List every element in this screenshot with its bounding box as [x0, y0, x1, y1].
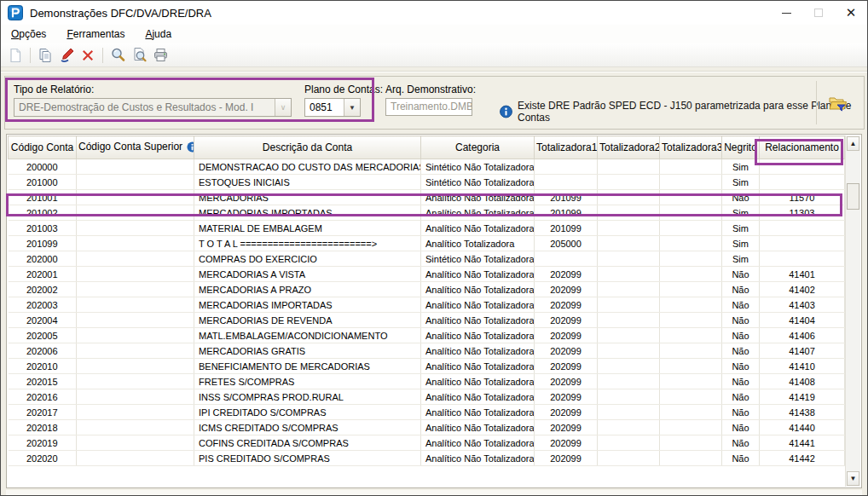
table-cell[interactable]: Analítico Não Totalizadora	[421, 389, 535, 405]
table-cell[interactable]: Analítico Não Totalizadora	[421, 267, 535, 282]
table-cell[interactable]: Não	[722, 420, 760, 435]
print-button[interactable]	[151, 46, 170, 65]
table-cell[interactable]: Analítico Não Totalizadora	[421, 374, 535, 389]
table-cell[interactable]	[598, 435, 660, 451]
table-cell[interactable]	[598, 282, 660, 297]
table-cell[interactable]	[660, 389, 722, 405]
table-cell[interactable]: 200000	[9, 159, 77, 175]
table-cell[interactable]	[660, 236, 722, 251]
table-cell[interactable]: Não	[722, 328, 760, 343]
table-cell[interactable]: 202099	[535, 267, 598, 282]
table-cell[interactable]: Analítico Totalizadora	[421, 236, 535, 251]
table-cell[interactable]: 41401	[760, 267, 845, 282]
table-row[interactable]: 201099T O T A L ========================…	[9, 236, 845, 251]
delete-button[interactable]	[78, 46, 97, 65]
table-cell[interactable]: 202099	[535, 389, 598, 405]
table-cell[interactable]	[660, 297, 722, 313]
table-cell[interactable]: Analítico Não Totalizadora	[421, 435, 535, 451]
table-cell[interactable]: Não	[722, 451, 760, 466]
table-cell[interactable]: Não	[722, 282, 760, 297]
table-cell[interactable]: Não	[722, 343, 760, 359]
copy-button[interactable]	[36, 46, 55, 65]
table-cell[interactable]	[660, 190, 722, 205]
table-cell[interactable]: 202005	[9, 328, 77, 343]
table-cell[interactable]: 201003	[9, 221, 77, 236]
table-cell[interactable]: Sim	[722, 205, 760, 221]
table-cell[interactable]: Sim	[722, 251, 760, 267]
table-cell[interactable]: 41440	[760, 420, 845, 435]
table-cell[interactable]	[598, 251, 660, 267]
table-cell[interactable]	[77, 267, 194, 282]
scrollbar-thumb[interactable]	[847, 183, 859, 210]
table-cell[interactable]: Não	[722, 190, 760, 205]
close-button[interactable]: ✕	[835, 1, 867, 25]
table-cell[interactable]	[598, 205, 660, 221]
table-cell[interactable]: 41403	[760, 297, 845, 313]
table-cell[interactable]: 202099	[535, 435, 598, 451]
table-cell[interactable]: MERCADORIAS IMPORTADAS	[194, 297, 421, 313]
table-cell[interactable]: Analítico Não Totalizadora	[421, 328, 535, 343]
table-cell[interactable]: 41408	[760, 374, 845, 389]
table-cell[interactable]: 202006	[9, 343, 77, 359]
table-cell[interactable]: Não	[722, 359, 760, 374]
table-cell[interactable]	[660, 175, 722, 190]
table-cell[interactable]	[760, 221, 845, 236]
table-cell[interactable]: Analítico Não Totalizadora	[421, 313, 535, 328]
table-row[interactable]: 202006MERCADORIAS GRATISAnalítico Não To…	[9, 343, 845, 359]
table-cell[interactable]: 202099	[535, 343, 598, 359]
table-cell[interactable]	[77, 236, 194, 251]
open-filter-button[interactable]	[825, 91, 849, 115]
table-row[interactable]: 202017IPI CREDITADO S/COMPRASAnalítico N…	[9, 405, 845, 420]
table-cell[interactable]	[760, 159, 845, 175]
table-cell[interactable]: MERCADORIAS IMPORTADAS	[194, 205, 421, 221]
table-cell[interactable]	[660, 282, 722, 297]
table-cell[interactable]: 41406	[760, 328, 845, 343]
table-cell[interactable]	[77, 451, 194, 466]
table-cell[interactable]	[598, 420, 660, 435]
table-cell[interactable]: FRETES S/COMPRAS	[194, 374, 421, 389]
table-cell[interactable]	[660, 405, 722, 420]
table-cell[interactable]	[598, 389, 660, 405]
table-cell[interactable]: 202020	[9, 451, 77, 466]
table-row[interactable]: 202019COFINS CREDITADA S/COMPRASAnalític…	[9, 435, 845, 451]
table-row[interactable]: 202010BENEFICIAMENTO DE MERCADORIASAnalí…	[9, 359, 845, 374]
table-cell[interactable]: Analítico Não Totalizadora	[421, 451, 535, 466]
table-cell[interactable]: Analítico Não Totalizadora	[421, 205, 535, 221]
table-cell[interactable]: 202099	[535, 420, 598, 435]
table-cell[interactable]: Não	[722, 389, 760, 405]
table-cell[interactable]	[598, 359, 660, 374]
table-cell[interactable]: Sintético Não Totalizadora	[421, 175, 535, 190]
table-cell[interactable]	[660, 159, 722, 175]
table-cell[interactable]: 201099	[535, 221, 598, 236]
table-cell[interactable]	[598, 405, 660, 420]
table-cell[interactable]: Analítico Não Totalizadora	[421, 297, 535, 313]
table-cell[interactable]: 202004	[9, 313, 77, 328]
table-cell[interactable]	[760, 175, 845, 190]
table-cell[interactable]	[660, 313, 722, 328]
table-cell[interactable]	[598, 374, 660, 389]
table-cell[interactable]: MERCADORIAS A PRAZO	[194, 282, 421, 297]
table-cell[interactable]	[77, 175, 194, 190]
table-cell[interactable]: DEMONSTRACAO DO CUSTO DAS MERCADORIAS	[194, 159, 421, 175]
column-header[interactable]: Totalizadora2	[598, 136, 660, 159]
table-cell[interactable]	[598, 451, 660, 466]
table-cell[interactable]: 41442	[760, 451, 845, 466]
maximize-button[interactable]	[802, 1, 835, 25]
table-row[interactable]: 201003MATERIAL DE EMBALAGEMAnalítico Não…	[9, 221, 845, 236]
menu-ferramentas[interactable]: Ferramentas	[67, 28, 124, 40]
scroll-down-button[interactable]: ▼	[847, 471, 859, 486]
table-cell[interactable]: 202000	[9, 251, 77, 267]
table-cell[interactable]: 202099	[535, 451, 598, 466]
table-cell[interactable]: 41410	[760, 359, 845, 374]
column-header[interactable]: Código Conta	[9, 136, 77, 159]
table-cell[interactable]: 202002	[9, 282, 77, 297]
table-cell[interactable]	[77, 389, 194, 405]
table-cell[interactable]	[535, 175, 598, 190]
table-cell[interactable]: 202099	[535, 328, 598, 343]
table-cell[interactable]	[598, 190, 660, 205]
table-cell[interactable]: IPI CREDITADO S/COMPRAS	[194, 405, 421, 420]
table-cell[interactable]	[535, 251, 598, 267]
table-cell[interactable]	[598, 236, 660, 251]
column-header[interactable]: Negrito	[722, 136, 760, 159]
table-cell[interactable]: T O T A L ========================>	[194, 236, 421, 251]
